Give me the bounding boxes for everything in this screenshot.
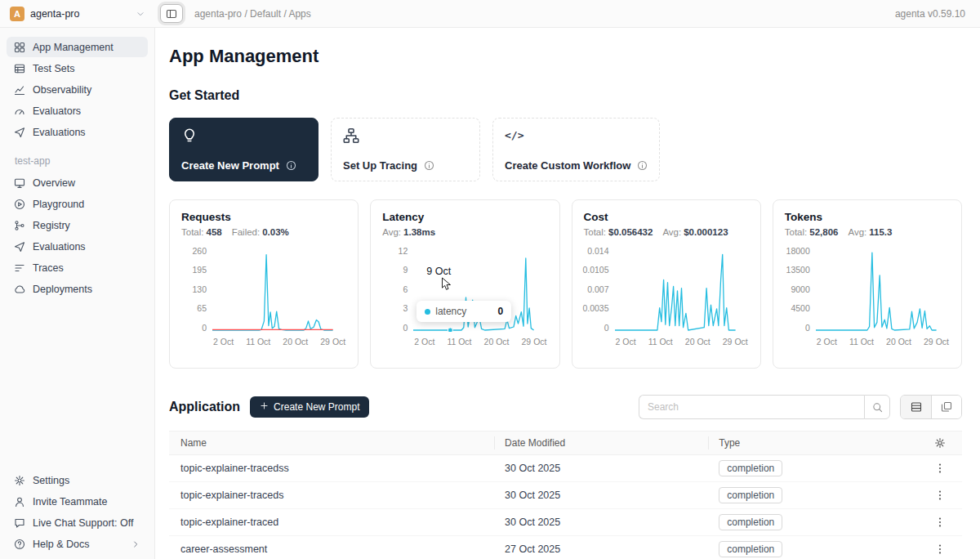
chart-tooltip: latency0 bbox=[416, 301, 511, 322]
stat-card-title: Requests bbox=[181, 211, 346, 223]
column-header-date-modified[interactable]: Date Modified bbox=[494, 436, 708, 449]
sidebar-item-invite-teammate[interactable]: Invite Teammate bbox=[7, 491, 148, 512]
table-view-button[interactable] bbox=[901, 396, 931, 418]
sidebar-item-evaluators[interactable]: Evaluators bbox=[7, 101, 148, 121]
get-started-card-set-up-tracing[interactable]: Set Up Tracing bbox=[331, 118, 480, 181]
sidebar-item-label: Evaluators bbox=[33, 105, 81, 117]
table-row-topic-explainer-tracedss[interactable]: topic-explainer-tracedss30 Oct 2025compl… bbox=[169, 455, 962, 482]
send-icon bbox=[14, 127, 25, 138]
sidebar-item-evaluations[interactable]: Evaluations bbox=[7, 236, 148, 257]
table-row-career-assessment[interactable]: career-assessment27 Oct 2025completion bbox=[169, 536, 962, 559]
chart-line-icon bbox=[14, 84, 25, 96]
dots-vertical-icon[interactable] bbox=[934, 490, 946, 501]
sidebar-item-label: Observability bbox=[33, 84, 91, 96]
version-label: agenta v0.59.10 bbox=[895, 8, 980, 20]
grid-icon bbox=[14, 42, 25, 53]
info-icon[interactable] bbox=[637, 160, 648, 171]
column-header-name[interactable]: Name bbox=[169, 437, 494, 449]
sidebar-item-label: Playground bbox=[33, 199, 84, 210]
stats-row: RequestsTotal:458Failed:0.03%26019513065… bbox=[169, 199, 962, 369]
info-icon[interactable] bbox=[286, 160, 296, 171]
sidebar-item-registry[interactable]: Registry bbox=[7, 215, 148, 235]
mouse-cursor bbox=[441, 277, 453, 291]
prompt-icon bbox=[181, 127, 198, 144]
gear-icon[interactable] bbox=[934, 437, 946, 449]
get-started-card-create-new-prompt[interactable]: Create New Prompt bbox=[169, 118, 318, 181]
sidebar-item-label: Overview bbox=[33, 177, 75, 189]
sidebar-item-settings[interactable]: Settings bbox=[7, 470, 148, 490]
sidebar-item-help-docs[interactable]: Help & Docs bbox=[7, 534, 148, 554]
search-input[interactable] bbox=[639, 395, 864, 419]
breadcrumb: agenta-pro / Default / Apps bbox=[194, 8, 311, 20]
sidebar-item-label: Help & Docs bbox=[33, 539, 89, 550]
app-name: topic-explainer-tracedss bbox=[169, 463, 494, 474]
sidebar-toggle-button[interactable] bbox=[160, 4, 183, 23]
applications-table: NameDate ModifiedTypetopic-explainer-tra… bbox=[169, 431, 962, 559]
sidebar-item-label: Invite Teammate bbox=[33, 496, 107, 508]
sidebar-item-test-sets[interactable]: Test Sets bbox=[7, 58, 148, 78]
dots-vertical-icon[interactable] bbox=[934, 517, 946, 528]
search-group bbox=[639, 395, 890, 419]
search-button[interactable] bbox=[864, 395, 890, 419]
chart-x-axis: 2 Oct11 Oct20 Oct29 Oct bbox=[615, 337, 749, 347]
sidebar-item-observability[interactable]: Observability bbox=[7, 79, 148, 100]
stat-card-title: Cost bbox=[584, 211, 749, 223]
monitor-icon bbox=[14, 177, 25, 189]
workspace-name: agenta-pro bbox=[30, 8, 79, 20]
row-menu-button[interactable] bbox=[934, 463, 946, 474]
sidebar-item-live-chat-support-off[interactable]: Live Chat Support: Off bbox=[7, 512, 148, 533]
row-menu-button[interactable] bbox=[934, 517, 946, 528]
chart-y-axis: 260195130650 bbox=[181, 247, 212, 332]
card-view-icon bbox=[941, 401, 952, 413]
row-menu-button[interactable] bbox=[934, 543, 946, 555]
chart-x-axis: 2 Oct11 Oct20 Oct29 Oct bbox=[212, 337, 346, 347]
sidebar-item-deployments[interactable]: Deployments bbox=[7, 279, 148, 299]
sidebar-item-label: Evaluations bbox=[33, 127, 86, 138]
chart-x-axis: 2 Oct11 Oct20 Oct29 Oct bbox=[816, 337, 950, 347]
card-view-button[interactable] bbox=[931, 396, 961, 418]
sidebar-item-evaluations[interactable]: Evaluations bbox=[7, 122, 148, 142]
table-view-icon bbox=[911, 401, 922, 413]
traces-icon bbox=[14, 262, 25, 274]
sidebar-item-app-management[interactable]: App Management bbox=[7, 37, 148, 57]
sidebar-item-overview[interactable]: Overview bbox=[7, 172, 148, 193]
search-icon bbox=[872, 402, 883, 413]
sidebar-item-label: Evaluations bbox=[33, 241, 86, 253]
workspace-selector[interactable]: A agenta-pro bbox=[0, 7, 155, 21]
panel-icon bbox=[166, 8, 177, 20]
dots-vertical-icon[interactable] bbox=[934, 463, 946, 474]
sidebar-item-traces[interactable]: Traces bbox=[7, 257, 148, 278]
get-started-card-create-custom-workflow[interactable]: </>Create Custom Workflow bbox=[492, 118, 660, 181]
view-toggle bbox=[900, 395, 962, 419]
row-menu-button[interactable] bbox=[934, 490, 946, 501]
get-started-card-label: Create Custom Workflow bbox=[505, 159, 630, 172]
table-header: NameDate ModifiedType bbox=[169, 431, 962, 455]
stat-card-tokens: TokensTotal:52,806Avg:115.31800013500900… bbox=[773, 199, 962, 369]
create-new-prompt-button[interactable]: Create New Prompt bbox=[250, 396, 369, 418]
table-row-topic-explainer-traced[interactable]: topic-explainer-traced30 Oct 2025complet… bbox=[169, 509, 962, 536]
dots-vertical-icon[interactable] bbox=[934, 543, 946, 555]
column-header-type[interactable]: Type bbox=[708, 436, 918, 449]
series-dot bbox=[425, 309, 430, 315]
chart-y-axis: 1800013500900045000 bbox=[785, 247, 816, 332]
app-name: career-assessment bbox=[169, 543, 494, 555]
info-icon[interactable] bbox=[424, 160, 434, 171]
chart-y-axis: 0.0140.01050.0070.00350 bbox=[584, 247, 615, 332]
app-date-modified: 30 Oct 2025 bbox=[494, 463, 708, 474]
get-started-card-label: Set Up Tracing bbox=[343, 159, 417, 172]
page-title: App Management bbox=[169, 46, 962, 67]
stat-card-metrics: Total:52,806Avg:115.3 bbox=[785, 227, 950, 237]
code-icon: </> bbox=[505, 129, 523, 141]
stat-card-title: Latency bbox=[382, 211, 547, 223]
get-started-title: Get Started bbox=[169, 88, 962, 103]
chart-svg bbox=[212, 247, 346, 332]
help-icon bbox=[14, 539, 25, 550]
sidebar-item-label: Deployments bbox=[33, 284, 92, 295]
app-date-modified: 30 Oct 2025 bbox=[494, 517, 708, 528]
table-row-topic-explainer-traceds[interactable]: topic-explainer-traceds30 Oct 2025comple… bbox=[169, 482, 962, 509]
stat-card-latency: LatencyAvg:1.38ms1296302 Oct11 Oct20 Oct… bbox=[370, 199, 559, 369]
chart-cost bbox=[615, 247, 749, 332]
cloud-icon bbox=[14, 284, 25, 295]
sidebar-item-playground[interactable]: Playground bbox=[7, 194, 148, 214]
application-title: Application bbox=[169, 400, 240, 414]
